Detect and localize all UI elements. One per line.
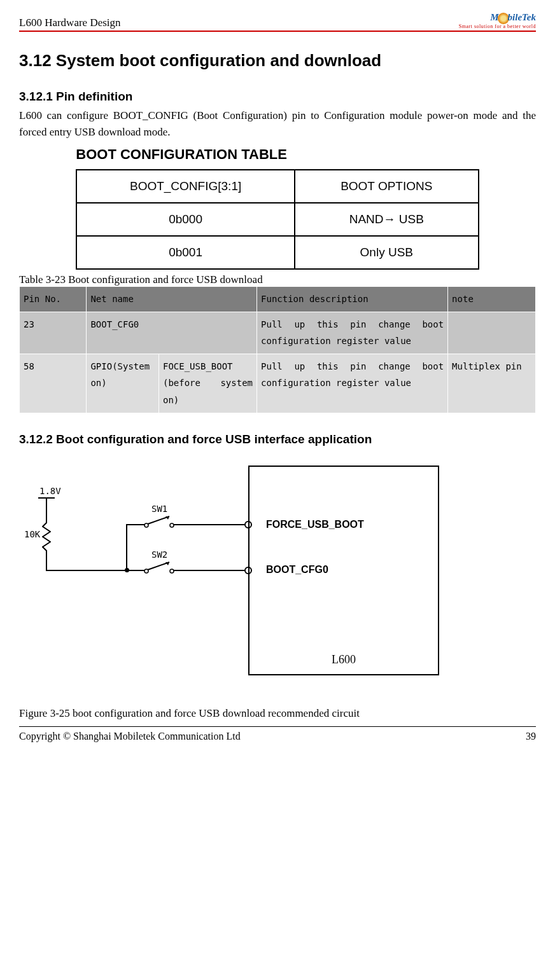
svg-line-5 bbox=[148, 562, 169, 570]
table-header-cell: Function description bbox=[257, 287, 448, 312]
body-paragraph: L600 can configure BOOT_CONFIG (Boot Con… bbox=[19, 107, 536, 140]
pin-definition-table: Pin No. Net name Function description no… bbox=[19, 286, 536, 413]
table-header-cell: Pin No. bbox=[20, 287, 87, 312]
pin-label: BOOT_CFG0 bbox=[266, 564, 328, 576]
module-box: FORCE_USB_BOOT BOOT_CFG0 L600 bbox=[248, 466, 439, 675]
wire bbox=[126, 524, 145, 525]
table-row: Pin No. Net name Function description no… bbox=[20, 287, 536, 312]
table-cell: 58 bbox=[20, 354, 87, 413]
switch-icon bbox=[144, 561, 174, 574]
table-cell: FOCE_USB_BOOT (before system on) bbox=[158, 354, 256, 413]
table-row: 23 BOOT_CFG0 Pull up this pin change boo… bbox=[20, 312, 536, 354]
table-cell: 0b001 bbox=[76, 236, 295, 269]
switch-icon bbox=[144, 515, 174, 528]
page-number: 39 bbox=[526, 731, 536, 742]
table-caption: Table 3-23 Boot configuration and force … bbox=[19, 273, 536, 286]
table-header-cell: Net name bbox=[87, 287, 257, 312]
wire bbox=[126, 524, 127, 571]
wire bbox=[173, 570, 248, 571]
table-cell: GPIO(System on) bbox=[87, 354, 159, 413]
wire bbox=[126, 570, 145, 571]
table-cell: Only USB bbox=[295, 236, 479, 269]
wire bbox=[173, 524, 248, 525]
figure-caption: Figure 3-25 boot configuration and force… bbox=[19, 707, 536, 720]
module-name: L600 bbox=[249, 653, 438, 666]
table-row: 0b001 Only USB bbox=[76, 236, 478, 269]
table-cell: Pull up this pin change boot configurati… bbox=[257, 354, 448, 413]
page-header: L600 Hardware Design MbileTek Smart solu… bbox=[19, 13, 536, 32]
doc-title: L600 Hardware Design bbox=[19, 17, 121, 29]
boot-table-title: BOOT CONFIGURATION TABLE bbox=[76, 146, 479, 163]
table-row: BOOT_CONFIG[3:1] BOOT OPTIONS bbox=[76, 170, 478, 203]
subsection-heading: 3.12.1 Pin definition bbox=[19, 90, 536, 104]
section-heading: 3.12 System boot configuration and downl… bbox=[19, 51, 536, 71]
schematic-diagram: 1.8V 10K SW1 bbox=[25, 466, 446, 694]
wire bbox=[46, 497, 47, 520]
voltage-label: 1.8V bbox=[39, 486, 61, 496]
wire bbox=[46, 570, 127, 571]
page-footer: Copyright © Shanghai Mobiletek Communica… bbox=[19, 726, 536, 742]
resistor-value: 10K bbox=[24, 529, 40, 539]
logo-letters: bileTek bbox=[508, 12, 536, 22]
table-cell bbox=[448, 312, 536, 354]
resistor-icon bbox=[42, 520, 50, 553]
table-header-cell: note bbox=[448, 287, 536, 312]
switch-label: SW2 bbox=[151, 549, 167, 560]
table-header-cell: BOOT OPTIONS bbox=[295, 170, 479, 203]
table-cell: 0b000 bbox=[76, 203, 295, 236]
svg-line-1 bbox=[148, 516, 169, 524]
brand-logo: MbileTek Smart solution for a better wor… bbox=[459, 13, 536, 29]
footer-copyright: Copyright © Shanghai Mobiletek Communica… bbox=[19, 731, 241, 742]
brand-tagline: Smart solution for a better world bbox=[459, 24, 536, 29]
wire bbox=[46, 553, 47, 571]
table-row: 0b000 NAND→ USB bbox=[76, 203, 478, 236]
table-cell: 23 bbox=[20, 312, 87, 354]
table-cell: Multiplex pin bbox=[448, 354, 536, 413]
table-cell: BOOT_CFG0 bbox=[87, 312, 257, 354]
switch-label: SW1 bbox=[151, 504, 167, 514]
table-cell: Pull up this pin change boot configurati… bbox=[257, 312, 448, 354]
boot-config-table: BOOT_CONFIG[3:1] BOOT OPTIONS 0b000 NAND… bbox=[76, 169, 479, 270]
subsection-heading: 3.12.2 Boot configuration and force USB … bbox=[19, 432, 536, 446]
table-header-cell: BOOT_CONFIG[3:1] bbox=[76, 170, 295, 203]
pin-label: FORCE_USB_BOOT bbox=[266, 519, 364, 530]
table-row: 58 GPIO(System on) FOCE_USB_BOOT (before… bbox=[20, 354, 536, 413]
boot-config-table-figure: BOOT CONFIGURATION TABLE BOOT_CONFIG[3:1… bbox=[76, 146, 479, 270]
table-cell: NAND→ USB bbox=[295, 203, 479, 236]
